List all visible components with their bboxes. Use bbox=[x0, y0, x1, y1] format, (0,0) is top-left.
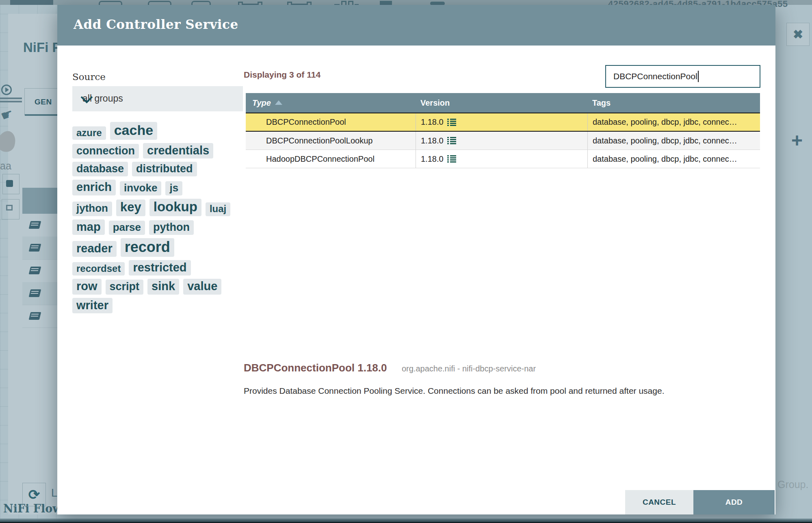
tag-pill-parse[interactable]: parse bbox=[109, 221, 145, 235]
list-icon bbox=[447, 119, 456, 126]
tag-pill-js[interactable]: js bbox=[165, 181, 182, 195]
tag-line: enrichinvokejs bbox=[72, 180, 263, 195]
book-icon bbox=[29, 312, 41, 320]
service-type: DBCPConnectionPool bbox=[246, 117, 416, 127]
service-tags: database, pooling, dbcp, jdbc, connec… bbox=[587, 113, 760, 131]
tag-pill-azure[interactable]: azure bbox=[72, 126, 106, 140]
tag-pill-jython[interactable]: jython bbox=[72, 202, 112, 216]
background-service-row bbox=[22, 259, 63, 282]
filter-input[interactable]: DBCPConnectionPool bbox=[605, 65, 760, 88]
background-service-row bbox=[22, 282, 63, 305]
table-header-row: Type Version Tags bbox=[246, 93, 760, 113]
list-icon bbox=[447, 155, 456, 163]
tag-pill-database[interactable]: database bbox=[72, 162, 128, 176]
background-text-group: Group. bbox=[777, 479, 808, 490]
tag-line: azurecache bbox=[72, 122, 263, 140]
service-detail: DBCPConnectionPool 1.18.0 org.apache.nif… bbox=[244, 362, 756, 374]
source-select[interactable]: all groups bbox=[72, 86, 243, 111]
tag-pill-python[interactable]: python bbox=[149, 220, 194, 235]
tag-pill-script[interactable]: script bbox=[106, 280, 144, 294]
add-button[interactable]: ADD bbox=[693, 490, 775, 514]
tag-pill-reader[interactable]: reader bbox=[72, 241, 117, 256]
sort-asc-icon bbox=[275, 100, 282, 105]
service-version: 1.18.0 bbox=[416, 132, 587, 150]
filter-input-value: DBCPConnectionPool bbox=[613, 72, 697, 81]
breadcrumb[interactable]: NiFi Flow bbox=[3, 502, 62, 515]
tag-line: rowscriptsinkvalue bbox=[72, 279, 263, 294]
service-tags: database, pooling, dbcp, jdbc, connec… bbox=[587, 132, 760, 150]
column-header-version[interactable]: Version bbox=[416, 98, 587, 108]
tag-line: readerrecord bbox=[72, 238, 263, 257]
service-version: 1.18.0 bbox=[416, 113, 587, 131]
bottom-status-strip bbox=[0, 519, 812, 523]
tag-pill-enrich[interactable]: enrich bbox=[72, 180, 116, 195]
table-row[interactable]: DBCPConnectionPoolLookup 1.18.0 database… bbox=[246, 132, 760, 150]
tag-pill-lookup[interactable]: lookup bbox=[149, 199, 201, 216]
screen: 42592682-ad45-4d85-a791-1b4acc575a55 ✖ +… bbox=[0, 0, 812, 523]
cancel-button[interactable]: CANCEL bbox=[625, 490, 693, 514]
list-icon bbox=[447, 137, 456, 144]
play-circle-icon bbox=[1, 85, 12, 95]
tag-line: recordsetrestricted bbox=[72, 260, 263, 276]
book-icon bbox=[29, 267, 41, 274]
tag-pill-sink[interactable]: sink bbox=[147, 279, 179, 294]
table-row[interactable]: HadoopDBCPConnectionPool 1.18.0 database… bbox=[246, 150, 760, 168]
tag-pill-distributed[interactable]: distributed bbox=[132, 162, 197, 176]
tag-pill-credentials[interactable]: credentials bbox=[143, 143, 213, 158]
book-icon bbox=[29, 289, 41, 297]
dialog-header: Add Controller Service bbox=[57, 5, 775, 46]
puzzle-box-icon bbox=[2, 174, 19, 194]
displaying-count: Displaying 3 of 114 bbox=[244, 70, 320, 80]
service-detail-description: Provides Database Connection Pooling Ser… bbox=[244, 386, 760, 396]
tag-pill-record[interactable]: record bbox=[121, 238, 174, 257]
tag-pill-key[interactable]: key bbox=[116, 200, 145, 216]
tag-cloud: azurecacheconnectioncredentialsdatabased… bbox=[72, 122, 263, 317]
background-service-row bbox=[22, 237, 63, 260]
tag-pill-value[interactable]: value bbox=[183, 279, 221, 294]
add-controller-service-dialog: Add Controller Service Source all groups… bbox=[57, 5, 775, 514]
tag-pill-restricted[interactable]: restricted bbox=[129, 260, 191, 276]
square-box-icon bbox=[2, 199, 19, 219]
tag-pill-map[interactable]: map bbox=[72, 219, 105, 235]
table-row[interactable]: DBCPConnectionPool 1.18.0 database, pool… bbox=[246, 113, 760, 132]
tag-pill-writer[interactable]: writer bbox=[72, 298, 113, 313]
text-caret bbox=[698, 71, 699, 82]
column-header-tags[interactable]: Tags bbox=[587, 98, 760, 108]
source-label: Source bbox=[72, 72, 106, 82]
canvas-text-aa: aa bbox=[0, 160, 11, 172]
tag-pill-row[interactable]: row bbox=[72, 279, 102, 294]
tag-pill-connection[interactable]: connection bbox=[72, 144, 139, 158]
background-service-row bbox=[22, 214, 63, 237]
tag-line: connectioncredentials bbox=[72, 143, 263, 158]
service-type: DBCPConnectionPoolLookup bbox=[246, 136, 416, 145]
book-icon bbox=[29, 221, 41, 229]
service-detail-bundle: org.apache.nifi - nifi-dbcp-service-nar bbox=[402, 364, 536, 373]
column-header-type[interactable]: Type bbox=[246, 98, 416, 108]
tag-line: writer bbox=[72, 298, 263, 313]
service-version: 1.18.0 bbox=[416, 150, 587, 168]
plus-icon[interactable]: + bbox=[791, 129, 803, 152]
background-dialog-title: NiFi F bbox=[23, 40, 61, 55]
tag-pill-luaj[interactable]: luaj bbox=[206, 202, 230, 216]
tag-line: jythonkeylookupluaj bbox=[72, 199, 263, 216]
ruler-lines-icon bbox=[0, 98, 22, 99]
background-table-header bbox=[22, 188, 63, 214]
tag-pill-cache[interactable]: cache bbox=[110, 122, 157, 140]
nifi-logo bbox=[10, 0, 53, 5]
tag-line: databasedistributed bbox=[72, 162, 263, 176]
tag-line: mapparsepython bbox=[72, 219, 263, 235]
tag-pill-recordset[interactable]: recordset bbox=[72, 262, 125, 276]
services-table: Type Version Tags DBCPConnectionPool 1.1… bbox=[246, 93, 760, 168]
dialog-title: Add Controller Service bbox=[74, 17, 238, 32]
service-detail-title: DBCPConnectionPool 1.18.0 bbox=[244, 362, 387, 374]
background-service-row bbox=[22, 305, 63, 328]
service-tags: database, pooling, dbcp, jdbc, connec… bbox=[587, 150, 760, 168]
dialog-buttons: CANCEL ADD bbox=[625, 490, 775, 514]
book-icon bbox=[29, 244, 41, 252]
close-icon[interactable]: ✖ bbox=[786, 23, 810, 46]
service-type: HadoopDBCPConnectionPool bbox=[246, 154, 416, 164]
tag-pill-invoke[interactable]: invoke bbox=[120, 181, 161, 195]
